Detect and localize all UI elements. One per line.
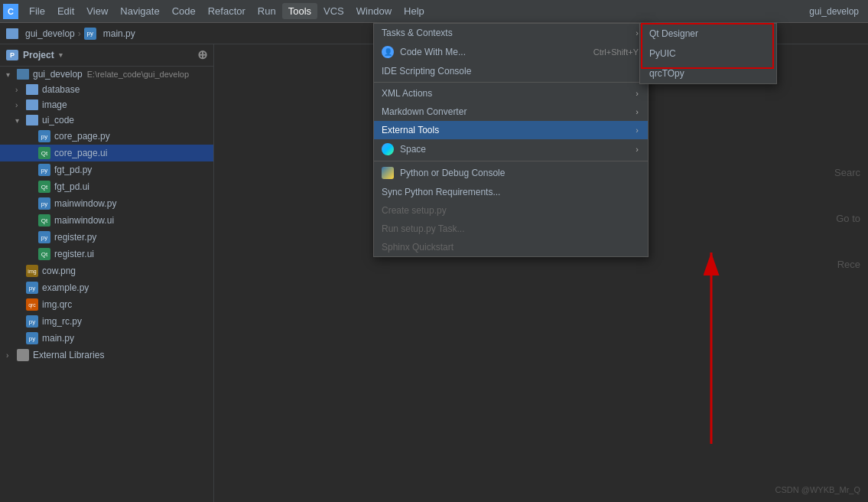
ui-icon-mainwindow: Qt bbox=[38, 214, 50, 227]
tree-item-register-py[interactable]: py register.py bbox=[0, 229, 213, 246]
tree-item-register-ui[interactable]: Qt register.ui bbox=[0, 246, 213, 262]
menu-navigate[interactable]: Navigate bbox=[114, 3, 165, 19]
ui-icon-register: Qt bbox=[38, 248, 50, 260]
menu-item-xml-actions[interactable]: XML Actions › bbox=[374, 84, 648, 103]
tree-item-mainwindow-py[interactable]: py mainwindow.py bbox=[0, 195, 213, 212]
chevron-ext-libs: › bbox=[6, 351, 15, 360]
code-with-me-label: Code With Me... bbox=[400, 47, 466, 57]
tree-item-main-py[interactable]: py main.py bbox=[0, 330, 213, 347]
menu-refactor[interactable]: Refactor bbox=[202, 3, 252, 19]
xml-actions-label: XML Actions bbox=[382, 88, 432, 99]
root-path-hint: E:\relate_code\gui_develop bbox=[87, 70, 189, 79]
file-example-py: example.py bbox=[42, 282, 89, 293]
sidebar: P Project ▾ ⊕ ▾ gui_develop E:\relate_co… bbox=[0, 44, 214, 502]
goto-hint: Go to bbox=[836, 213, 860, 224]
menu-item-markdown[interactable]: Markdown Converter › bbox=[374, 103, 648, 121]
tasks-label: Tasks & Contexts bbox=[382, 28, 453, 38]
py-icon-fgt-pd: py bbox=[38, 164, 50, 176]
folder-image-label: image bbox=[42, 99, 67, 110]
tree-item-database[interactable]: › database bbox=[0, 82, 213, 97]
sync-python-label: Sync Python Requirements... bbox=[382, 187, 500, 197]
folder-ui-code-label: ui_code bbox=[42, 115, 74, 126]
breadcrumb-project-name: gui_develop bbox=[25, 28, 75, 39]
menu-item-tasks[interactable]: Tasks & Contexts › bbox=[374, 24, 648, 42]
root-folder-label: gui_develop bbox=[33, 69, 83, 80]
python-file-icon: py bbox=[84, 28, 96, 40]
tree-item-ui-code[interactable]: ▾ ui_code bbox=[0, 112, 213, 128]
ui-icon-fgt-pd: Qt bbox=[38, 181, 50, 193]
tree-item-img-qrc[interactable]: qrc img.qrc bbox=[0, 296, 213, 313]
file-main-py: main.py bbox=[42, 333, 74, 344]
file-fgt-pd-ui: fgt_pd.ui bbox=[54, 181, 89, 192]
menu-code[interactable]: Code bbox=[166, 3, 202, 19]
tasks-arrow-icon: › bbox=[636, 28, 639, 37]
tree-item-fgt-pd-ui[interactable]: Qt fgt_pd.ui bbox=[0, 178, 213, 195]
xml-arrow-icon: › bbox=[636, 89, 639, 98]
folder-database-label: database bbox=[42, 84, 80, 95]
sidebar-title: Project bbox=[23, 50, 54, 60]
menu-run[interactable]: Run bbox=[252, 3, 282, 19]
folder-database-icon bbox=[26, 84, 38, 95]
submenu-item-qt-designer[interactable]: Qt Designer bbox=[640, 24, 776, 44]
breadcrumb-project[interactable]: gui_develop bbox=[6, 28, 75, 39]
qrctopy-label: qrcTOpy bbox=[649, 68, 684, 79]
menu-view[interactable]: View bbox=[80, 3, 114, 19]
external-libraries-label: External Libraries bbox=[33, 350, 104, 360]
menu-item-ide-scripting[interactable]: IDE Scripting Console bbox=[374, 62, 648, 80]
pyuic-label: PyUIC bbox=[649, 48, 676, 59]
file-img-qrc: img.qrc bbox=[42, 299, 72, 310]
sidebar-header: P Project ▾ ⊕ bbox=[0, 44, 213, 67]
tree-item-mainwindow-ui[interactable]: Qt mainwindow.ui bbox=[0, 212, 213, 229]
file-mainwindow-ui: mainwindow.ui bbox=[54, 215, 114, 226]
menu-item-python-console[interactable]: Python or Debug Console bbox=[374, 163, 648, 183]
menu-separator-2 bbox=[374, 161, 648, 161]
search-hint: Searc bbox=[834, 167, 860, 178]
menu-item-external-tools[interactable]: External Tools › bbox=[374, 121, 648, 139]
external-tools-arrow-icon: › bbox=[636, 126, 639, 135]
tree-root[interactable]: ▾ gui_develop E:\relate_code\gui_develop bbox=[0, 67, 213, 82]
project-name-display: gui_develop bbox=[809, 6, 865, 17]
tree-item-image[interactable]: › image bbox=[0, 97, 213, 112]
breadcrumb-separator: › bbox=[78, 28, 81, 39]
submenu-item-pyuic[interactable]: PyUIC bbox=[640, 44, 776, 64]
folder-icon bbox=[6, 28, 18, 39]
tree-item-external-libs[interactable]: › External Libraries bbox=[0, 347, 213, 363]
space-icon bbox=[382, 143, 394, 155]
tree-item-core-page-py[interactable]: py core_page.py bbox=[0, 128, 213, 145]
tree-item-img-rc-py[interactable]: py img_rc.py bbox=[0, 313, 213, 330]
add-content-icon[interactable]: ⊕ bbox=[197, 49, 207, 61]
ui-icon-core-page: Qt bbox=[38, 147, 50, 159]
submenu-item-qrctopy[interactable]: qrcTOpy bbox=[640, 64, 776, 83]
py-icon-main: py bbox=[26, 332, 38, 344]
py-icon-register: py bbox=[38, 231, 50, 243]
external-tools-submenu: Qt Designer PyUIC qrcTOpy bbox=[639, 23, 777, 84]
folder-image-icon bbox=[26, 99, 38, 110]
tree-item-core-page-ui[interactable]: Qt core_page.ui bbox=[0, 145, 213, 161]
menu-item-space[interactable]: Space › bbox=[374, 139, 648, 159]
menu-help[interactable]: Help bbox=[398, 3, 431, 19]
menu-item-code-with-me[interactable]: 👤 Code With Me... Ctrl+Shift+Y bbox=[374, 42, 648, 62]
py-icon-example: py bbox=[26, 282, 38, 294]
py-icon-mainwindow: py bbox=[38, 197, 50, 210]
python-console-icon bbox=[382, 167, 394, 179]
tree-chevron-root: ▾ bbox=[6, 70, 15, 79]
file-register-ui: register.ui bbox=[54, 249, 94, 259]
menu-item-sync-python[interactable]: Sync Python Requirements... bbox=[374, 183, 648, 201]
qrc-icon-img: qrc bbox=[26, 298, 38, 311]
menu-edit[interactable]: Edit bbox=[51, 3, 80, 19]
menu-file[interactable]: File bbox=[23, 3, 51, 19]
tree-item-cow-png[interactable]: img cow.png bbox=[0, 262, 213, 279]
csdn-watermark: CSDN @WYKB_Mr_Q bbox=[775, 485, 860, 494]
run-setup-label: Run setup.py Task... bbox=[382, 223, 465, 234]
menu-tools[interactable]: Tools bbox=[282, 3, 317, 19]
menu-window[interactable]: Window bbox=[350, 3, 398, 19]
tree-item-fgt-pd-py[interactable]: py fgt_pd.py bbox=[0, 161, 213, 178]
breadcrumb-file[interactable]: py main.py bbox=[84, 28, 135, 40]
markdown-label: Markdown Converter bbox=[382, 106, 467, 117]
file-mainwindow-py: mainwindow.py bbox=[54, 198, 116, 209]
menu-item-sphinx: Sphinx Quickstart bbox=[374, 238, 648, 256]
file-core-page-ui: core_page.ui bbox=[54, 148, 107, 158]
menu-vcs[interactable]: VCS bbox=[317, 3, 350, 19]
chevron-down-icon[interactable]: ▾ bbox=[59, 51, 63, 59]
tree-item-example-py[interactable]: py example.py bbox=[0, 279, 213, 296]
